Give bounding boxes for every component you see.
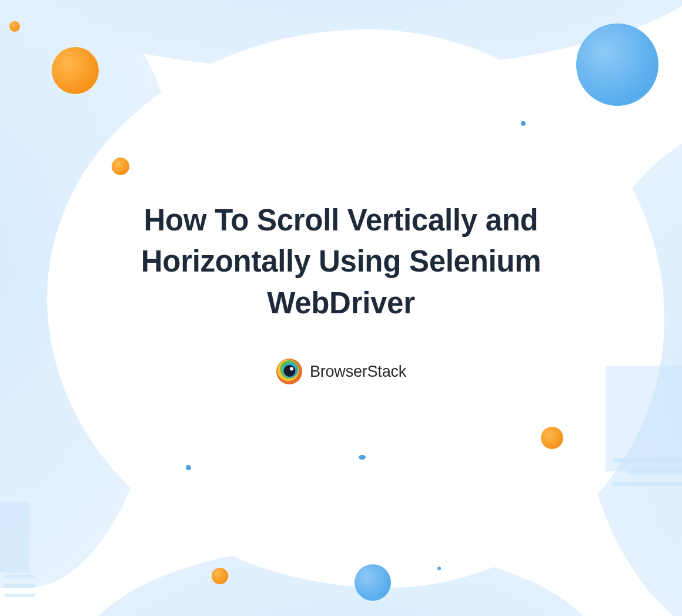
decorative-circle-orange-right bbox=[541, 427, 563, 449]
brand-logo: BrowserStack bbox=[76, 358, 606, 385]
brand-name: BrowserStack bbox=[310, 363, 406, 381]
decorative-dot bbox=[521, 121, 526, 126]
content-container: How To Scroll Vertically and Horizontall… bbox=[76, 200, 606, 385]
svg-point-4 bbox=[283, 365, 295, 377]
decorative-circle-orange-small bbox=[112, 158, 129, 175]
decorative-circle-orange-large bbox=[52, 47, 99, 94]
decorative-page-shape bbox=[606, 366, 682, 471]
decorative-dot bbox=[186, 465, 191, 470]
browserstack-logo-icon bbox=[276, 358, 303, 385]
decorative-circle-blue-medium bbox=[355, 564, 391, 601]
decorative-lines bbox=[613, 458, 682, 494]
decorative-lines bbox=[4, 575, 35, 603]
decorative-dot bbox=[359, 455, 366, 460]
decorative-circle-orange-bottom bbox=[212, 568, 228, 584]
decorative-circle-blue-large bbox=[576, 24, 658, 106]
svg-point-5 bbox=[290, 367, 293, 371]
page-title: How To Scroll Vertically and Horizontall… bbox=[76, 200, 606, 324]
decorative-dot bbox=[437, 567, 441, 570]
decorative-page-shape bbox=[0, 502, 29, 573]
decorative-circle-orange-tiny bbox=[9, 21, 20, 32]
